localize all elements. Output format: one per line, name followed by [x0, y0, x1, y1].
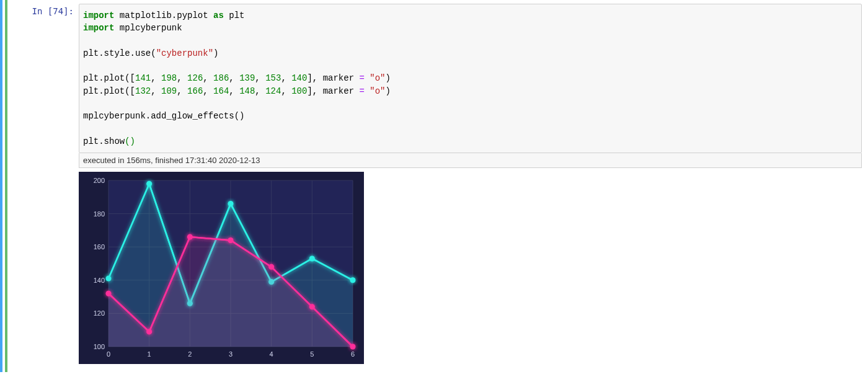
- chart-plot-area: 1001201401601802000123456: [94, 177, 356, 358]
- notebook-cell: In [74]: import matplotlib.pyplot as plt…: [0, 0, 868, 372]
- svg-point-28: [106, 276, 111, 281]
- svg-point-52: [309, 304, 314, 309]
- svg-text:140: 140: [94, 277, 105, 284]
- svg-point-34: [228, 202, 233, 207]
- svg-text:160: 160: [94, 243, 105, 251]
- svg-text:5: 5: [310, 350, 314, 358]
- svg-text:6: 6: [351, 350, 355, 358]
- svg-point-44: [147, 329, 152, 334]
- cyberpunk-chart: 1001201401601802000123456: [79, 172, 364, 364]
- execution-status: executed in 156ms, finished 17:31:40 202…: [79, 153, 862, 168]
- svg-point-54: [350, 344, 355, 349]
- svg-text:200: 200: [94, 177, 105, 184]
- svg-point-46: [187, 234, 192, 239]
- svg-text:0: 0: [107, 350, 110, 358]
- code-input[interactable]: import matplotlib.pyplot as plt import m…: [79, 4, 862, 153]
- svg-text:2: 2: [188, 350, 192, 358]
- svg-point-48: [228, 238, 233, 243]
- svg-point-50: [269, 265, 274, 270]
- svg-text:100: 100: [94, 343, 105, 350]
- svg-point-40: [350, 278, 355, 283]
- svg-text:1: 1: [148, 350, 151, 358]
- svg-text:3: 3: [229, 350, 232, 358]
- svg-point-42: [106, 291, 111, 296]
- svg-text:180: 180: [94, 210, 105, 218]
- svg-text:4: 4: [270, 350, 273, 358]
- code-block: import matplotlib.pyplot as plt import m…: [83, 9, 857, 148]
- svg-point-38: [309, 256, 314, 261]
- output-area: 1001201401601802000123456: [79, 168, 862, 368]
- input-prompt: In [74]:: [7, 0, 79, 16]
- svg-text:120: 120: [94, 310, 105, 318]
- svg-point-30: [147, 182, 152, 187]
